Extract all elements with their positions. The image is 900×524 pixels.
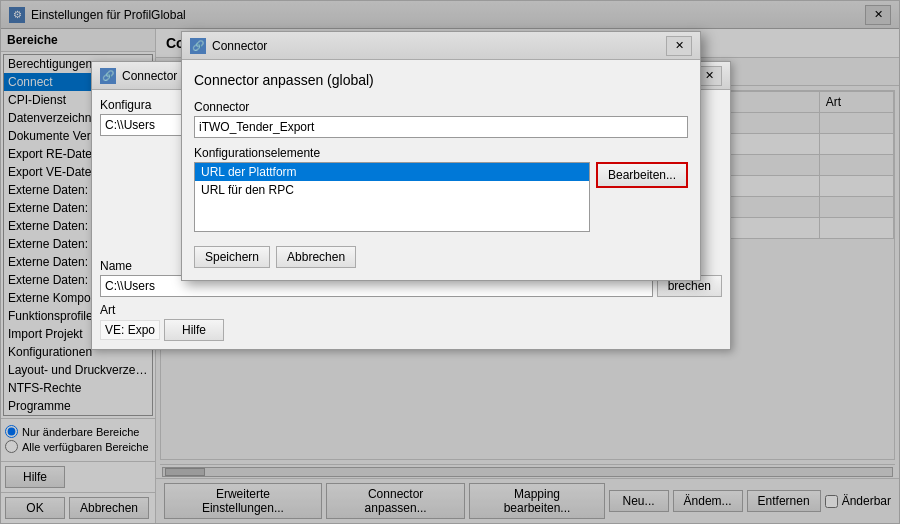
konf-list-item[interactable]: URL für den RPC <box>195 181 589 199</box>
inner-footer: Speichern Abbrechen <box>194 240 688 268</box>
connector-hilfe-button[interactable]: Hilfe <box>164 319 224 341</box>
art-value: VE: Expo <box>100 320 160 340</box>
inner-connector-input[interactable] <box>194 116 688 138</box>
dialog-inner: 🔗 Connector ✕ Connector anpassen (global… <box>181 31 701 281</box>
connector-dialog-icon: 🔗 <box>100 68 116 84</box>
inner-heading: Connector anpassen (global) <box>194 72 688 88</box>
inner-dialog-title: Connector <box>212 39 666 53</box>
inner-dialog-icon: 🔗 <box>190 38 206 54</box>
art-row: Art VE: Expo Hilfe <box>100 303 722 341</box>
speichern-button[interactable]: Speichern <box>194 246 270 268</box>
bearbeiten-button[interactable]: Bearbeiten... <box>596 162 688 188</box>
main-window: ⚙ Einstellungen für ProfilGlobal ✕ Berei… <box>0 0 900 524</box>
inner-konf-section-wrap: Konfigurationselemente URL der Plattform… <box>194 146 688 232</box>
inner-konf-side: Bearbeiten... <box>596 162 688 232</box>
inner-dialog-close[interactable]: ✕ <box>666 36 692 56</box>
konf-list-item[interactable]: URL der Plattform <box>195 163 589 181</box>
inner-konf-list[interactable]: URL der PlattformURL für den RPC <box>194 162 590 232</box>
inner-connector-label: Connector <box>194 100 688 114</box>
inner-abbrechen-button[interactable]: Abbrechen <box>276 246 356 268</box>
art-value-row: VE: Expo Hilfe <box>100 319 722 341</box>
inner-konf-label: Konfigurationselemente <box>194 146 688 160</box>
inner-dialog-body: Connector anpassen (global) Connector Ko… <box>182 60 700 280</box>
inner-konf-section: URL der PlattformURL für den RPC Bearbei… <box>194 162 688 232</box>
inner-connector-field: Connector <box>194 100 688 138</box>
inner-title-bar: 🔗 Connector ✕ <box>182 32 700 60</box>
inner-title-controls: ✕ <box>666 36 692 56</box>
art-label: Art <box>100 303 722 317</box>
